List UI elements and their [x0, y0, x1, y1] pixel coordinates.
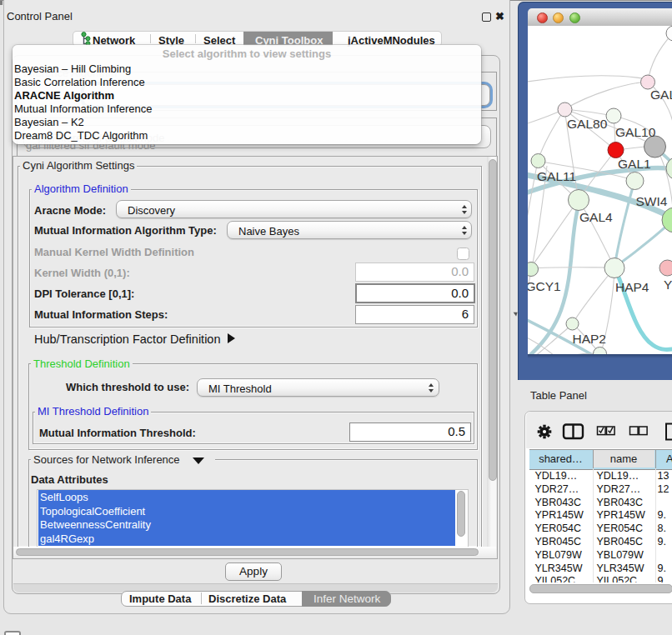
svg-text:HAP2: HAP2 [573, 332, 607, 346]
svg-text:GAL7: GAL7 [650, 88, 672, 102]
svg-text:Y: Y [664, 278, 672, 292]
svg-text:HAP4: HAP4 [615, 280, 649, 294]
svg-text:GAL10: GAL10 [615, 125, 656, 139]
svg-text:GAL4: GAL4 [579, 210, 613, 224]
svg-text:GAL80: GAL80 [567, 117, 608, 131]
svg-text:GAL11: GAL11 [537, 169, 576, 183]
svg-text:GAL1: GAL1 [618, 157, 651, 171]
svg-text:GCY1: GCY1 [528, 279, 561, 293]
svg-text:SWI4: SWI4 [636, 194, 668, 208]
